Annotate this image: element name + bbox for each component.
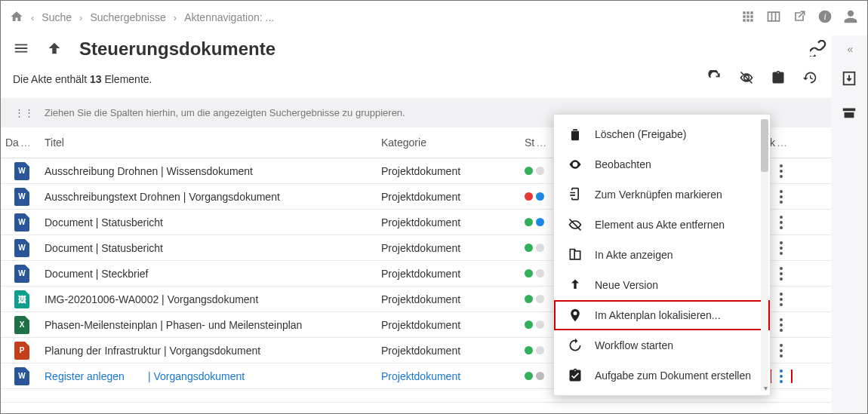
col-titel[interactable]: Titel xyxy=(40,133,377,152)
word-file-icon xyxy=(14,239,29,257)
cell-kategorie: Projektdokument xyxy=(377,165,520,177)
row-menu-button[interactable] xyxy=(774,216,789,229)
cell-title: Document | Statusbericht xyxy=(40,216,377,228)
chevron-right-icon: › xyxy=(79,12,82,23)
hide-icon[interactable] xyxy=(739,70,754,87)
cell-kategorie: Projektdokument xyxy=(377,345,520,357)
refresh-icon[interactable] xyxy=(707,70,722,87)
cell-title: Planung der Infrastruktur | Vorgangsdoku… xyxy=(40,345,377,357)
row-menu-button[interactable] xyxy=(774,267,789,281)
columns-icon[interactable] xyxy=(766,9,781,26)
scroll-down-icon[interactable]: ▾ xyxy=(764,384,768,392)
menu-create-task[interactable]: Aufgabe zum Dokument erstellen xyxy=(554,360,770,391)
home-icon[interactable] xyxy=(10,10,23,26)
menu-remove-from-file[interactable]: Element aus Akte entfernen xyxy=(554,210,770,240)
paste-icon[interactable] xyxy=(771,70,786,87)
page-title: Steuerungsdokumente xyxy=(79,38,275,60)
menu-mark-link[interactable]: Zum Verknüpfen markieren xyxy=(554,179,770,210)
up-icon[interactable] xyxy=(46,40,63,59)
row-menu-button[interactable] xyxy=(774,370,789,383)
cell-kategorie: Projektdokument xyxy=(377,191,520,203)
cell-kategorie: Projektdokument xyxy=(377,216,520,228)
chevron-left-icon[interactable]: ‹ xyxy=(31,12,34,23)
cell-title: IMG-20201006-WA0002 | Vorgangsdokument xyxy=(40,293,377,305)
svg-text:i: i xyxy=(823,12,826,22)
collapse-icon[interactable]: « xyxy=(848,43,851,55)
cell-title: Ausschreibung Drohnen | Wissensdokument xyxy=(40,165,377,177)
chevron-right-icon: › xyxy=(174,12,177,23)
cell-title: Ausschreibungstext Drohnen | Vorgangsdok… xyxy=(40,191,377,203)
menu-workflow[interactable]: Workflow starten xyxy=(554,330,770,360)
menu-delete[interactable]: Löschen (Freigabe) xyxy=(554,119,770,149)
breadcrumb-item[interactable]: Suchergebnisse xyxy=(90,11,165,23)
breadcrumb: ‹ Suche › Suchergebnisse › Aktennavigati… xyxy=(10,10,274,26)
drag-icon: ⋮⋮ xyxy=(14,107,34,118)
cell-kategorie: Projektdokument xyxy=(377,319,520,331)
menu-show-in-file[interactable]: In Akte anzeigen xyxy=(554,240,770,270)
cell-title: Document | Statusbericht xyxy=(40,242,377,254)
breadcrumb-item[interactable]: Aktennavigation: ... xyxy=(184,11,274,23)
col-kategorie[interactable]: Kategorie xyxy=(377,133,520,152)
word-file-icon xyxy=(14,213,29,232)
cell-title: Phasen-Meilensteinplan | Phasen- und Mei… xyxy=(40,319,377,331)
word-file-icon xyxy=(14,188,29,206)
col-da[interactable]: Da xyxy=(1,133,40,152)
image-file-icon xyxy=(14,290,29,308)
user-icon[interactable] xyxy=(843,9,858,26)
cell-title: Register anlegen | Vorgangsdokument xyxy=(40,370,377,382)
cell-kategorie: Projektdokument xyxy=(377,268,520,280)
breadcrumb-item[interactable]: Suche xyxy=(42,11,72,23)
row-menu-button[interactable] xyxy=(774,318,789,332)
cell-kategorie: Projektdokument xyxy=(377,293,520,305)
word-file-icon xyxy=(14,367,29,385)
import-icon[interactable] xyxy=(841,70,857,89)
menu-watch[interactable]: Beobachten xyxy=(554,149,770,179)
cell-kategorie: Projektdokument xyxy=(377,370,520,382)
menu-locate-in-fileplan[interactable]: Im Aktenplan lokalisieren... xyxy=(554,300,770,330)
row-menu-button[interactable] xyxy=(774,344,789,357)
menu-icon[interactable] xyxy=(13,40,29,59)
link-icon[interactable] xyxy=(810,40,826,59)
excel-file-icon xyxy=(14,316,29,334)
scroll-thumb[interactable] xyxy=(761,119,768,172)
cell-title: Document | Steckbrief xyxy=(40,268,377,280)
row-menu-button[interactable] xyxy=(774,241,789,255)
word-file-icon xyxy=(14,265,29,283)
row-menu-button[interactable] xyxy=(774,190,789,204)
cell-kategorie: Projektdokument xyxy=(377,242,520,254)
history-icon[interactable] xyxy=(802,70,817,87)
record-count: Die Akte enthält 13 Elemente. xyxy=(13,73,152,85)
powerpoint-file-icon xyxy=(14,342,29,360)
info-icon[interactable]: i xyxy=(817,9,833,26)
archive-icon[interactable] xyxy=(841,104,857,123)
context-menu: Löschen (Freigabe) Beobachten Zum Verknü… xyxy=(553,114,771,396)
right-rail: « xyxy=(831,35,867,413)
apps-icon[interactable] xyxy=(740,9,756,26)
menu-new-version[interactable]: Neue Version xyxy=(554,270,770,300)
popout-icon[interactable] xyxy=(792,9,807,26)
word-file-icon xyxy=(14,162,29,180)
row-menu-button[interactable] xyxy=(774,293,789,306)
row-menu-button[interactable] xyxy=(774,164,789,178)
